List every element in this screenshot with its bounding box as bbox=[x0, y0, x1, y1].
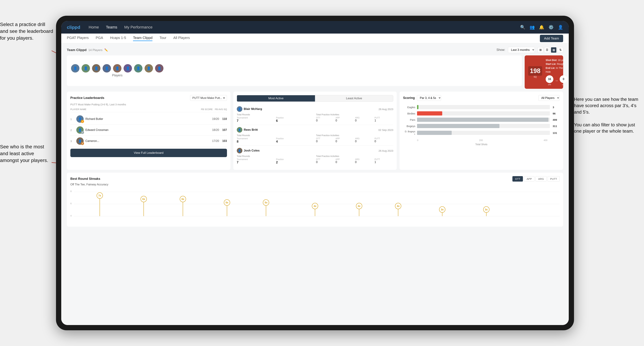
bar-container bbox=[417, 105, 550, 109]
pa-name: 👤 Rees Britt bbox=[237, 127, 258, 133]
putt-stat: PUTT0 bbox=[374, 137, 393, 143]
arg-stat: ARG0 bbox=[355, 137, 374, 143]
list-view-icon[interactable]: ☰ bbox=[544, 47, 550, 53]
view-icons: ⊞ ☰ ▦ ⇅ bbox=[538, 47, 563, 53]
streak-line bbox=[144, 202, 144, 216]
lb-score: 17/20 bbox=[212, 140, 219, 143]
bar-label: Eagles bbox=[403, 106, 415, 109]
view-full-leaderboard-button[interactable]: View Full Leaderboard bbox=[70, 149, 227, 157]
lb-rank: 3 bbox=[70, 140, 74, 143]
avatar[interactable]: 👤 bbox=[71, 64, 80, 72]
avatar[interactable]: 👤 bbox=[124, 64, 132, 72]
pa-practice-stats: OTT0 APP0 ARG0 PUTT1 bbox=[316, 158, 393, 164]
main-content: Team Clippd 14 Players ✏️ Show: Last 3 m… bbox=[61, 43, 569, 325]
nav-home[interactable]: Home bbox=[89, 25, 99, 29]
players-icon[interactable]: 👥 bbox=[530, 25, 535, 30]
streaks-tab-putt[interactable]: PUTT bbox=[548, 176, 560, 181]
pa-stats: Total Rounds Tournament 8 Practice 4 bbox=[237, 134, 394, 144]
end-lie: End Lie: In The Hole bbox=[546, 66, 567, 74]
annotation-top-right: Here you can see how the team have score… bbox=[574, 96, 640, 134]
least-active-tab[interactable]: Least Active bbox=[315, 95, 393, 102]
streak-circle: 5x bbox=[224, 199, 230, 206]
circle1-unit: yds bbox=[546, 83, 553, 86]
nav-teams[interactable]: Teams bbox=[106, 25, 117, 29]
lb-name: Richard Butler bbox=[86, 117, 210, 121]
settings-icon[interactable]: ⚙️ bbox=[548, 25, 554, 30]
avatar[interactable]: 👤 bbox=[82, 64, 90, 72]
shot-circles: 16 yds → 0 yds bbox=[546, 75, 567, 86]
pa-name: 👤 Josh Coles bbox=[237, 148, 260, 154]
lb-avg: 107 bbox=[222, 128, 227, 132]
avatar[interactable]: 👤 bbox=[102, 64, 111, 72]
pa-practice-rounds: Practice 6 bbox=[276, 117, 314, 123]
bar-row-bogeys: Bogeys 311 bbox=[403, 124, 560, 128]
putt-stat: PUTT 1 bbox=[374, 117, 393, 122]
lb-table-header: PLAYER NAME PB SCORE PB AVG SQ bbox=[70, 108, 227, 112]
bar-value: 311 bbox=[553, 125, 560, 128]
bar-fill bbox=[417, 111, 442, 116]
card-view-icon[interactable]: ▦ bbox=[551, 47, 556, 53]
avatar[interactable]: 👤 bbox=[144, 64, 153, 72]
pa-practice-stats: OTT 0 APP 0 ARG 0 bbox=[316, 117, 393, 122]
streak-circle: 4x bbox=[356, 203, 362, 209]
subnav-pga[interactable]: PGA bbox=[96, 36, 103, 41]
search-icon[interactable]: 🔍 bbox=[520, 25, 525, 30]
app-stat: APP0 bbox=[336, 158, 354, 164]
players-card: 👤 👤 👤 👤 👤 👤 👤 👤 👤 Players bbox=[67, 55, 522, 86]
lb-row: 3 👤 3 Cameron... 17/20 103 bbox=[70, 136, 227, 147]
subnav-all-players[interactable]: All Players bbox=[173, 36, 190, 41]
arg-stat: ARG 0 bbox=[355, 117, 374, 122]
pa-stats: Total Rounds Tournament 7 Practice 6 bbox=[237, 113, 394, 123]
streak-point: 7x bbox=[96, 192, 103, 216]
nav-performance[interactable]: My Performance bbox=[124, 25, 152, 29]
avatar[interactable]: 👤 bbox=[155, 64, 164, 72]
avatar[interactable]: 👤 bbox=[92, 64, 100, 72]
bar-fill bbox=[417, 131, 452, 135]
leaderboard-subtitle: PUTT Must Make Putting (3-6 ft), Last 3 … bbox=[70, 103, 227, 106]
streak-point: 4x bbox=[395, 203, 401, 216]
pa-tournament: Tournament 7 bbox=[237, 117, 275, 123]
subnav-tour[interactable]: Tour bbox=[160, 36, 166, 41]
streak-point: 3x bbox=[439, 206, 446, 216]
app-stat: APP0 bbox=[336, 137, 354, 143]
chevron-icon: ▾ bbox=[223, 96, 225, 100]
drill-selector[interactable]: PUTT Must Make Putt... ▾ bbox=[190, 95, 227, 101]
scoring-par-filter[interactable]: Par 3, 4 & 5s bbox=[417, 95, 441, 101]
avatar[interactable]: 👤 bbox=[134, 64, 142, 72]
subnav-team-clippd[interactable]: Team Clippd bbox=[133, 36, 152, 41]
pa-total-rounds: Total Rounds Tournament 7 Practice 6 bbox=[237, 113, 314, 123]
edit-icon[interactable]: ✏️ bbox=[104, 48, 108, 52]
streak-circle: 3x bbox=[439, 206, 446, 213]
ipad-screen: clippd Home Teams My Performance 🔍 👥 🔔 ⚙… bbox=[61, 21, 569, 325]
scoring-player-filter[interactable]: All Players bbox=[538, 95, 560, 101]
pa-tournament: Tournament 8 bbox=[237, 137, 275, 144]
streaks-tab-app[interactable]: APP bbox=[524, 176, 534, 181]
team-header: Team Clippd 14 Players ✏️ Show: Last 3 m… bbox=[67, 47, 563, 53]
lb-avg: 110 bbox=[222, 117, 227, 121]
avatar[interactable]: 👤 bbox=[113, 64, 122, 72]
subnav-pgat[interactable]: PGAT Players bbox=[67, 36, 89, 41]
bar-fill bbox=[417, 105, 418, 109]
add-team-button[interactable]: Add Team bbox=[540, 35, 563, 42]
show-select[interactable]: Last 3 months bbox=[508, 47, 535, 53]
shot-dist: Shot Dist: 16 yds bbox=[546, 58, 567, 62]
filter-icon[interactable]: ⇅ bbox=[558, 47, 563, 53]
circle1-block: 16 yds bbox=[546, 75, 553, 86]
bar-fill bbox=[417, 118, 548, 122]
streak-line bbox=[100, 199, 100, 216]
streaks-tab-ott[interactable]: OTT bbox=[512, 176, 523, 181]
grid-view-icon[interactable]: ⊞ bbox=[538, 47, 543, 53]
most-active-tab[interactable]: Most Active bbox=[237, 95, 315, 102]
subnav-hcaps[interactable]: Hcaps 1-5 bbox=[110, 36, 126, 41]
user-icon[interactable]: 👤 bbox=[558, 25, 563, 30]
streaks-tab-arg[interactable]: ARG bbox=[536, 176, 546, 181]
three-col-grid: Practice Leaderboards PUTT Must Make Put… bbox=[67, 92, 563, 170]
streak-point: 3x bbox=[483, 206, 490, 216]
bell-icon[interactable]: 🔔 bbox=[539, 25, 544, 30]
pa-header: 👤 Blair McHarg 26 Aug 2023 bbox=[237, 106, 394, 112]
circle2-block: 0 yds bbox=[560, 75, 567, 86]
pa-avatar: 👤 bbox=[237, 106, 242, 112]
ott-stat: OTT 0 bbox=[316, 117, 335, 122]
lb-badge: 2 bbox=[81, 131, 84, 134]
bar-row-birdies: Birdies 96 bbox=[403, 111, 560, 116]
